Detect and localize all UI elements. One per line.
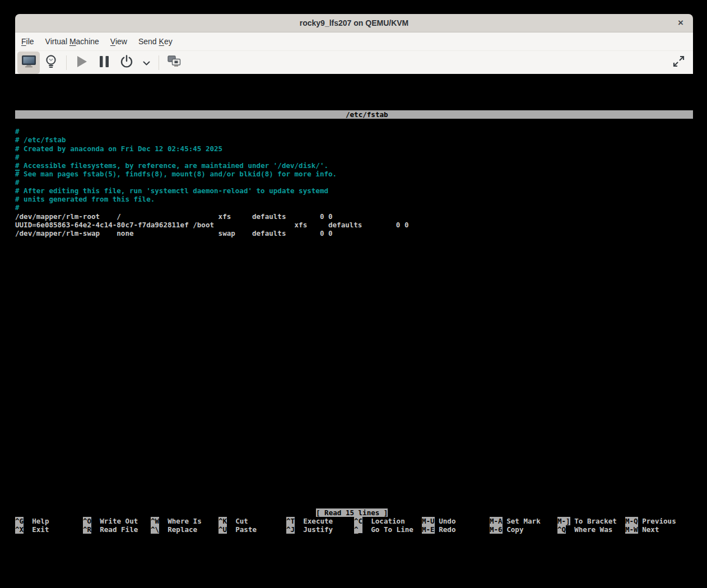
buffer-line: #: [15, 203, 409, 212]
buffer-line: # After editing this file, run 'systemct…: [15, 186, 409, 195]
show-details-button[interactable]: [40, 52, 62, 74]
fstab-entry-swap: /dev/mapper/rlm-swap none swap defaults …: [15, 229, 409, 237]
run-button[interactable]: [71, 52, 93, 74]
shutdown-button[interactable]: [115, 52, 138, 74]
buffer-line: # units generated from this file.: [15, 195, 409, 203]
fstab-entry-boot: UUID=6e085863-64e2-4c14-80c7-f7da962811e…: [15, 221, 409, 229]
buffer-line: #: [15, 178, 409, 186]
buffer-line: #: [15, 153, 409, 161]
screenshot-button[interactable]: [163, 52, 185, 74]
shortcut-next: M-WNext: [625, 525, 693, 534]
shortcut-previous: M-QPrevious: [625, 517, 693, 525]
screenshot-displays-icon: [168, 55, 181, 69]
buffer-line: # /etc/fstab: [15, 136, 409, 144]
shortcut-to-bracket: M-]To Bracket: [557, 517, 625, 525]
nano-buffer: # # /etc/fstab # Created by anaconda on …: [15, 127, 409, 237]
menu-view[interactable]: View: [110, 37, 127, 46]
shortcut-exit: ^XExit: [15, 525, 83, 534]
nano-shortcuts: ^GHelp ^OWrite Out ^WWhere Is ^KCut ^TEx…: [15, 517, 693, 534]
shortcut-where-is: ^WWhere Is: [151, 517, 218, 525]
vm-window: rocky9_lfs207 on QEMU/KVM × File Virtual…: [15, 14, 693, 74]
shortcut-row-1: ^GHelp ^OWrite Out ^WWhere Is ^KCut ^TEx…: [15, 517, 693, 525]
chevron-down-icon: [143, 58, 150, 68]
shortcut-redo: M-ERedo: [422, 525, 490, 534]
shortcut-go-to-line: ^_Go To Line: [354, 525, 422, 534]
shortcut-replace: ^\Replace: [151, 525, 218, 534]
toolbar: [15, 51, 693, 74]
fstab-entry-root: /dev/mapper/rlm-root / xfs defaults 0 0: [15, 212, 409, 221]
fullscreen-button[interactable]: [667, 52, 690, 74]
fullscreen-icon: [673, 55, 685, 69]
guest-console[interactable]: GNU nano 5.6.1 /etc/fstab # # /etc/fstab…: [15, 110, 693, 534]
buffer-line: # See man pages fstab(5), findfs(8), mou…: [15, 170, 409, 178]
menubar: File Virtual Machine View Send Key: [15, 32, 693, 51]
nano-filename: /etc/fstab: [346, 110, 388, 119]
shortcut-set-mark: M-ASet Mark: [490, 517, 557, 525]
shortcut-read-file: ^RRead File: [83, 525, 151, 534]
menu-send-key[interactable]: Send Key: [138, 37, 173, 46]
buffer-line: #: [15, 127, 409, 136]
shortcut-justify: ^JJustify: [286, 525, 354, 534]
window-title: rocky9_lfs207 on QEMU/KVM: [300, 18, 409, 27]
power-icon: [120, 55, 133, 71]
pause-icon: [99, 55, 109, 70]
toolbar-separator: [66, 55, 67, 70]
nano-version: GNU nano 5.6.1: [32, 119, 100, 127]
buffer-line-with-cursor: # Accessible filesystems, by reference, …: [15, 161, 409, 170]
shortcut-paste: ^UPaste: [218, 525, 286, 534]
pause-button[interactable]: [93, 52, 115, 74]
play-icon: [77, 55, 87, 70]
shutdown-menu-button[interactable]: [138, 52, 155, 74]
show-console-button[interactable]: [17, 52, 40, 74]
shortcut-undo: M-UUndo: [422, 517, 490, 525]
menu-file[interactable]: File: [21, 37, 34, 46]
shortcut-where-was: ^QWhere Was: [557, 525, 625, 534]
nano-titlebar: GNU nano 5.6.1 /etc/fstab: [15, 110, 693, 119]
shortcut-help: ^GHelp: [15, 517, 83, 525]
nano-statusbar: [ Read 15 lines ]: [316, 508, 388, 517]
shortcut-execute: ^TExecute: [286, 517, 354, 525]
titlebar[interactable]: rocky9_lfs207 on QEMU/KVM ×: [15, 14, 693, 32]
shortcut-location: ^CLocation: [354, 517, 422, 525]
console-display-icon: [21, 55, 36, 70]
shortcut-copy: M-6Copy: [490, 525, 557, 534]
menu-virtual-machine[interactable]: Virtual Machine: [45, 37, 99, 46]
shortcut-cut: ^KCut: [218, 517, 286, 525]
lightbulb-details-icon: [45, 55, 57, 71]
buffer-line: # Created by anaconda on Fri Dec 12 02:4…: [15, 144, 409, 153]
toolbar-separator: [159, 55, 159, 70]
shortcut-row-2: ^XExit ^RRead File ^\Replace ^UPaste ^JJ…: [15, 525, 693, 534]
shortcut-write-out: ^OWrite Out: [83, 517, 151, 525]
close-icon[interactable]: ×: [672, 14, 690, 32]
